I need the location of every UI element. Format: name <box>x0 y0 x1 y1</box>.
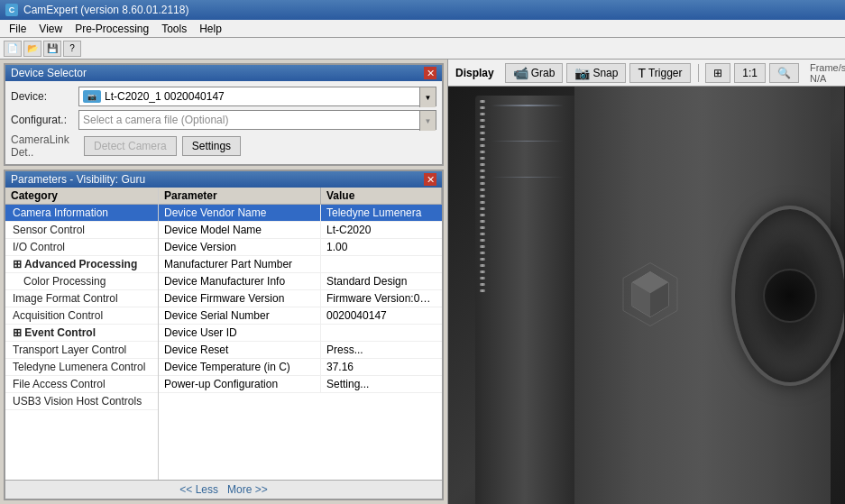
toolbar-save[interactable]: 💾 <box>43 41 61 57</box>
cameralink-label: CameraLink Det.. <box>11 133 78 159</box>
category-item-11[interactable]: USB3 Vision Host Controls <box>5 393 158 410</box>
fin <box>480 182 485 185</box>
params-table-area: Parameter Value Device Vendor NameTeledy… <box>159 188 442 480</box>
parameters-panel: Parameters - Visibility: Guru ✕ Category… <box>4 170 444 500</box>
category-item-8[interactable]: Transport Layer Control <box>5 342 158 359</box>
trigger-icon: T <box>638 66 646 80</box>
snap-btn[interactable]: 📷 Snap <box>566 63 626 83</box>
device-selector-title: Device Selector <box>11 67 87 79</box>
camera-background <box>448 87 845 504</box>
fin <box>480 138 485 141</box>
toolbar-open[interactable]: 📂 <box>23 41 41 57</box>
param-name-6: Device Serial Number <box>159 307 321 324</box>
menu-preprocessing[interactable]: Pre-Processing <box>69 22 154 36</box>
detect-camera-btn[interactable]: Detect Camera <box>84 136 177 156</box>
category-item-10[interactable]: File Access Control <box>5 376 158 393</box>
trigger-label: Trigger <box>648 67 683 79</box>
grab-btn[interactable]: 📹 Grab <box>505 63 564 83</box>
category-item-9[interactable]: Teledyne Lumenera Control <box>5 359 158 376</box>
params-row-4[interactable]: Device Manufacturer InfoStandard Design <box>159 273 442 290</box>
category-item-5[interactable]: Image Format Control <box>5 290 158 307</box>
settings-btn[interactable]: Settings <box>182 136 241 156</box>
params-row-8[interactable]: Device ResetPress... <box>159 342 442 359</box>
fin <box>480 264 485 267</box>
fin <box>480 233 485 235</box>
less-btn[interactable]: << Less <box>179 483 218 496</box>
device-selector-content: Device: 📷 Lt-C2020_1 0020040147 ▼ Config… <box>5 81 442 164</box>
menu-tools[interactable]: Tools <box>156 22 192 36</box>
config-dropdown-arrow[interactable]: ▼ <box>419 111 436 131</box>
category-list: Category Camera InformationSensor Contro… <box>5 188 159 480</box>
fin <box>480 113 485 115</box>
detect-row: CameraLink Det.. Detect Camera Settings <box>11 133 436 159</box>
snap-icon: 📷 <box>574 66 590 80</box>
params-row-7[interactable]: Device User ID <box>159 325 442 342</box>
device-field-row: Device: 📷 Lt-C2020_1 0020040147 ▼ <box>11 87 436 106</box>
params-footer: << Less More >> <box>5 480 442 499</box>
fit-icon: ⊞ <box>713 67 722 79</box>
fin <box>480 214 485 216</box>
config-select-wrapper: Select a camera file (Optional) ▼ <box>78 110 436 130</box>
param-value-7 <box>321 325 442 341</box>
device-dropdown-arrow[interactable]: ▼ <box>419 87 436 107</box>
category-item-2[interactable]: I/O Control <box>5 239 158 256</box>
category-item-3[interactable]: ⊞ Advanced Processing <box>5 256 158 273</box>
trigger-btn[interactable]: T Trigger <box>629 63 690 83</box>
config-label: Configurat.: <box>11 114 78 126</box>
device-select[interactable]: 📷 Lt-C2020_1 0020040147 ▼ <box>78 87 436 106</box>
menu-view[interactable]: View <box>33 22 68 36</box>
category-item-7[interactable]: ⊞ Event Control <box>5 325 158 342</box>
params-row-5[interactable]: Device Firmware VersionFirmware Version:… <box>159 290 442 307</box>
params-titlebar: Parameters - Visibility: Guru ✕ <box>5 171 442 188</box>
search-btn[interactable]: 🔍 <box>769 63 799 83</box>
more-btn[interactable]: More >> <box>227 483 268 496</box>
device-selector-titlebar: Device Selector ✕ <box>5 65 442 81</box>
params-row-0[interactable]: Device Vendor NameTeledyne Lumenera <box>159 205 442 222</box>
fin <box>480 195 485 197</box>
device-selector-close[interactable]: ✕ <box>424 67 436 79</box>
zoom-btn[interactable]: 1:1 <box>734 63 766 83</box>
param-name-2: Device Version <box>159 239 321 255</box>
param-name-9: Device Temperature (in C) <box>159 359 321 375</box>
cam-lens <box>731 206 845 386</box>
toolbar-new[interactable]: 📄 <box>4 41 22 57</box>
params-row-2[interactable]: Device Version1.00 <box>159 239 442 256</box>
params-row-3[interactable]: Manufacturer Part Number <box>159 256 442 273</box>
value-col-header: Value <box>321 188 442 204</box>
main-content: Device Selector ✕ Device: 📷 Lt-C2020_1 0… <box>0 60 845 504</box>
fin <box>480 277 485 279</box>
category-item-4[interactable]: Color Processing <box>5 273 158 290</box>
params-close[interactable]: ✕ <box>424 173 436 186</box>
category-item-6[interactable]: Acquisition Control <box>5 307 158 325</box>
fin <box>480 258 485 261</box>
param-value-3 <box>321 256 442 272</box>
param-value-9: 37.16 <box>321 359 442 375</box>
right-panel: Display 📹 Grab 📷 Snap T Trigger ⊞ 1:1 🔍 <box>448 60 845 504</box>
param-value-2: 1.00 <box>321 239 442 255</box>
fin <box>480 201 485 204</box>
param-value-6: 0020040147 <box>321 307 442 324</box>
fin-highlight-3 <box>491 177 564 178</box>
fin-highlight <box>491 105 564 106</box>
category-item-0[interactable]: Camera Information <box>5 205 158 222</box>
params-row-1[interactable]: Device Model NameLt-C2020 <box>159 222 442 239</box>
fin <box>480 270 485 273</box>
config-select[interactable]: Select a camera file (Optional) ▼ <box>78 110 436 130</box>
params-row-10[interactable]: Power-up ConfigurationSetting... <box>159 376 442 393</box>
menu-help[interactable]: Help <box>194 22 227 36</box>
fin <box>480 207 485 210</box>
fit-btn[interactable]: ⊞ <box>705 63 730 83</box>
menu-file[interactable]: File <box>4 22 32 36</box>
device-value: Lt-C2020_1 0020040147 <box>105 90 225 103</box>
params-row-9[interactable]: Device Temperature (in C)37.16 <box>159 359 442 376</box>
param-name-7: Device User ID <box>159 325 321 341</box>
fin <box>480 106 485 109</box>
config-field-row: Configurat.: Select a camera file (Optio… <box>11 110 436 130</box>
cam-fins-container <box>480 100 485 389</box>
toolbar-help[interactable]: ? <box>63 41 81 57</box>
category-item-1[interactable]: Sensor Control <box>5 222 158 239</box>
cam-lens-inner <box>763 269 817 323</box>
param-col-header: Parameter <box>159 188 321 204</box>
params-row-6[interactable]: Device Serial Number0020040147 <box>159 307 442 325</box>
device-label: Device: <box>11 90 78 103</box>
